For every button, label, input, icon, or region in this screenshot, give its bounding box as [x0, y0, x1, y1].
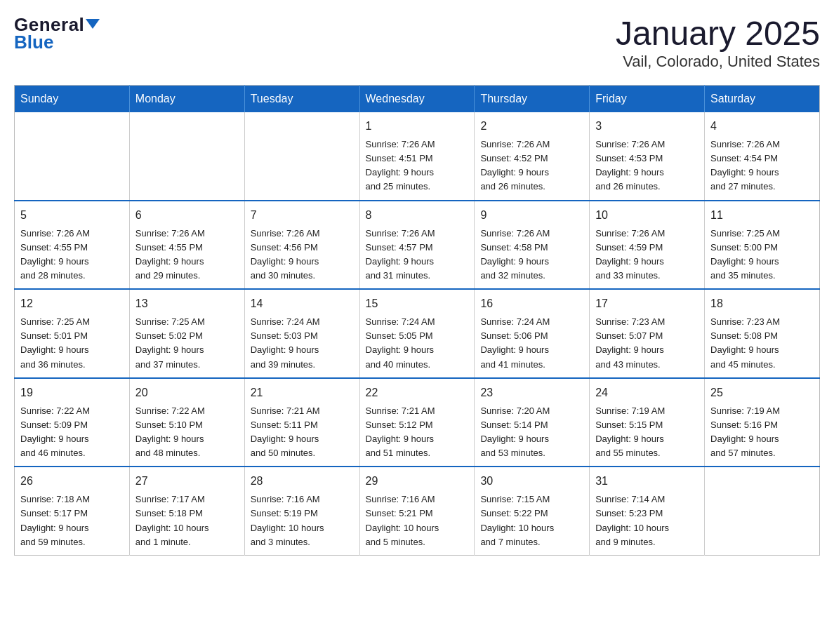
calendar-cell: 11Sunrise: 7:25 AMSunset: 5:00 PMDayligh…	[705, 201, 820, 290]
calendar-cell: 2Sunrise: 7:26 AMSunset: 4:52 PMDaylight…	[475, 112, 590, 201]
day-info: Sunrise: 7:25 AMSunset: 5:00 PMDaylight:…	[710, 228, 780, 281]
calendar-cell: 26Sunrise: 7:18 AMSunset: 5:17 PMDayligh…	[15, 467, 130, 555]
day-info: Sunrise: 7:20 AMSunset: 5:14 PMDaylight:…	[480, 405, 550, 458]
day-header-friday: Friday	[590, 86, 705, 113]
day-info: Sunrise: 7:16 AMSunset: 5:19 PMDaylight:…	[251, 494, 324, 546]
calendar-week-2: 5Sunrise: 7:26 AMSunset: 4:55 PMDaylight…	[15, 201, 820, 290]
day-number: 22	[366, 384, 469, 401]
day-number: 19	[20, 384, 124, 401]
day-info: Sunrise: 7:26 AMSunset: 4:53 PMDaylight:…	[595, 139, 665, 192]
day-number: 5	[20, 207, 124, 224]
day-info: Sunrise: 7:23 AMSunset: 5:08 PMDaylight:…	[710, 316, 780, 369]
day-info: Sunrise: 7:18 AMSunset: 5:17 PMDaylight:…	[20, 494, 90, 546]
day-number: 2	[480, 118, 583, 135]
calendar-cell	[129, 112, 244, 201]
day-info: Sunrise: 7:24 AMSunset: 5:06 PMDaylight:…	[480, 316, 550, 369]
calendar-cell: 16Sunrise: 7:24 AMSunset: 5:06 PMDayligh…	[475, 289, 590, 378]
day-number: 29	[366, 473, 469, 490]
day-number: 31	[595, 473, 699, 490]
calendar-cell: 19Sunrise: 7:22 AMSunset: 5:09 PMDayligh…	[15, 378, 130, 467]
day-header-tuesday: Tuesday	[244, 86, 359, 113]
calendar-cell: 31Sunrise: 7:14 AMSunset: 5:23 PMDayligh…	[590, 467, 705, 555]
calendar-cell: 22Sunrise: 7:21 AMSunset: 5:12 PMDayligh…	[359, 378, 475, 467]
calendar-cell: 18Sunrise: 7:23 AMSunset: 5:08 PMDayligh…	[705, 289, 820, 378]
day-number: 1	[366, 118, 469, 135]
calendar-cell: 9Sunrise: 7:26 AMSunset: 4:58 PMDaylight…	[475, 201, 590, 290]
day-number: 14	[251, 295, 354, 312]
day-header-wednesday: Wednesday	[359, 86, 475, 113]
calendar-cell: 23Sunrise: 7:20 AMSunset: 5:14 PMDayligh…	[475, 378, 590, 467]
calendar-table: SundayMondayTuesdayWednesdayThursdayFrid…	[14, 85, 820, 556]
day-info: Sunrise: 7:22 AMSunset: 5:09 PMDaylight:…	[20, 405, 90, 458]
calendar-cell: 20Sunrise: 7:22 AMSunset: 5:10 PMDayligh…	[129, 378, 244, 467]
day-info: Sunrise: 7:26 AMSunset: 4:58 PMDaylight:…	[480, 228, 550, 281]
calendar-cell: 4Sunrise: 7:26 AMSunset: 4:54 PMDaylight…	[705, 112, 820, 201]
day-info: Sunrise: 7:26 AMSunset: 4:51 PMDaylight:…	[366, 139, 435, 192]
day-info: Sunrise: 7:19 AMSunset: 5:15 PMDaylight:…	[595, 405, 665, 458]
day-number: 23	[480, 384, 583, 401]
day-number: 18	[710, 295, 814, 312]
calendar-cell: 5Sunrise: 7:26 AMSunset: 4:55 PMDaylight…	[15, 201, 130, 290]
calendar-week-1: 1Sunrise: 7:26 AMSunset: 4:51 PMDaylight…	[15, 112, 820, 201]
calendar-cell: 15Sunrise: 7:24 AMSunset: 5:05 PMDayligh…	[359, 289, 475, 378]
day-info: Sunrise: 7:25 AMSunset: 5:01 PMDaylight:…	[20, 316, 90, 369]
logo-blue-text: Blue	[14, 32, 53, 53]
calendar-subtitle: Vail, Colorado, United States	[616, 53, 820, 71]
day-header-monday: Monday	[129, 86, 244, 113]
calendar-header: SundayMondayTuesdayWednesdayThursdayFrid…	[15, 86, 820, 113]
day-info: Sunrise: 7:21 AMSunset: 5:11 PMDaylight:…	[251, 405, 320, 458]
calendar-cell: 25Sunrise: 7:19 AMSunset: 5:16 PMDayligh…	[705, 378, 820, 467]
day-info: Sunrise: 7:26 AMSunset: 4:54 PMDaylight:…	[710, 139, 780, 192]
day-info: Sunrise: 7:24 AMSunset: 5:05 PMDaylight:…	[366, 316, 435, 369]
calendar-cell: 17Sunrise: 7:23 AMSunset: 5:07 PMDayligh…	[590, 289, 705, 378]
day-number: 3	[595, 118, 699, 135]
day-info: Sunrise: 7:14 AMSunset: 5:23 PMDaylight:…	[595, 494, 669, 546]
calendar-body: 1Sunrise: 7:26 AMSunset: 4:51 PMDaylight…	[15, 112, 820, 555]
day-number: 27	[135, 473, 239, 490]
day-info: Sunrise: 7:17 AMSunset: 5:18 PMDaylight:…	[135, 494, 209, 546]
day-info: Sunrise: 7:26 AMSunset: 4:52 PMDaylight:…	[480, 139, 550, 192]
day-number: 24	[595, 384, 699, 401]
calendar-cell	[15, 112, 130, 201]
calendar-week-4: 19Sunrise: 7:22 AMSunset: 5:09 PMDayligh…	[15, 378, 820, 467]
day-header-sunday: Sunday	[15, 86, 130, 113]
day-number: 8	[366, 207, 469, 224]
logo-triangle-icon	[86, 19, 100, 29]
calendar-cell: 6Sunrise: 7:26 AMSunset: 4:55 PMDaylight…	[129, 201, 244, 290]
day-number: 15	[366, 295, 469, 312]
calendar-cell: 7Sunrise: 7:26 AMSunset: 4:56 PMDaylight…	[244, 201, 359, 290]
day-info: Sunrise: 7:16 AMSunset: 5:21 PMDaylight:…	[366, 494, 439, 546]
day-number: 11	[710, 207, 814, 224]
day-number: 9	[480, 207, 583, 224]
calendar-title: January 2025	[616, 14, 820, 53]
calendar-cell: 30Sunrise: 7:15 AMSunset: 5:22 PMDayligh…	[475, 467, 590, 555]
day-info: Sunrise: 7:24 AMSunset: 5:03 PMDaylight:…	[251, 316, 320, 369]
day-info: Sunrise: 7:19 AMSunset: 5:16 PMDaylight:…	[710, 405, 780, 458]
day-number: 7	[251, 207, 354, 224]
calendar-week-5: 26Sunrise: 7:18 AMSunset: 5:17 PMDayligh…	[15, 467, 820, 555]
calendar-cell	[244, 112, 359, 201]
day-number: 17	[595, 295, 699, 312]
day-info: Sunrise: 7:26 AMSunset: 4:57 PMDaylight:…	[366, 228, 435, 281]
day-number: 10	[595, 207, 699, 224]
day-number: 12	[20, 295, 124, 312]
days-of-week-row: SundayMondayTuesdayWednesdayThursdayFrid…	[15, 86, 820, 113]
day-info: Sunrise: 7:15 AMSunset: 5:22 PMDaylight:…	[480, 494, 554, 546]
calendar-cell: 10Sunrise: 7:26 AMSunset: 4:59 PMDayligh…	[590, 201, 705, 290]
calendar-cell: 1Sunrise: 7:26 AMSunset: 4:51 PMDaylight…	[359, 112, 475, 201]
day-info: Sunrise: 7:23 AMSunset: 5:07 PMDaylight:…	[595, 316, 665, 369]
calendar-cell: 3Sunrise: 7:26 AMSunset: 4:53 PMDaylight…	[590, 112, 705, 201]
day-info: Sunrise: 7:26 AMSunset: 4:55 PMDaylight:…	[20, 228, 90, 281]
day-header-thursday: Thursday	[475, 86, 590, 113]
day-number: 25	[710, 384, 814, 401]
day-number: 6	[135, 207, 239, 224]
calendar-cell: 13Sunrise: 7:25 AMSunset: 5:02 PMDayligh…	[129, 289, 244, 378]
calendar-cell: 8Sunrise: 7:26 AMSunset: 4:57 PMDaylight…	[359, 201, 475, 290]
day-info: Sunrise: 7:22 AMSunset: 5:10 PMDaylight:…	[135, 405, 205, 458]
page-header: General Blue January 2025 Vail, Colorado…	[14, 14, 820, 71]
day-info: Sunrise: 7:26 AMSunset: 4:59 PMDaylight:…	[595, 228, 665, 281]
day-header-saturday: Saturday	[705, 86, 820, 113]
title-section: January 2025 Vail, Colorado, United Stat…	[616, 14, 820, 71]
day-info: Sunrise: 7:25 AMSunset: 5:02 PMDaylight:…	[135, 316, 205, 369]
calendar-cell: 29Sunrise: 7:16 AMSunset: 5:21 PMDayligh…	[359, 467, 475, 555]
